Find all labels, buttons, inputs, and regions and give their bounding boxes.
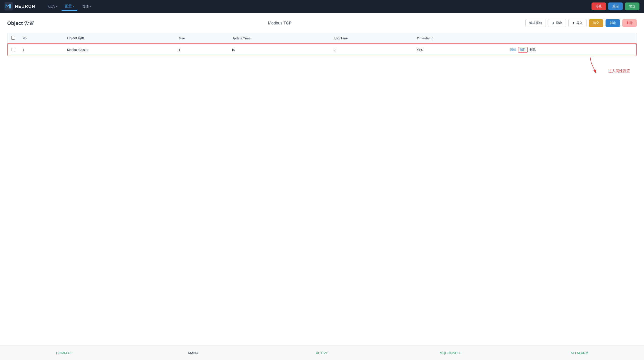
stop-button[interactable]: 停止	[592, 3, 606, 10]
col-name: Object 名称	[64, 33, 175, 44]
row-actions-cell: 编辑 属性 删除	[506, 44, 636, 56]
delete-button[interactable]: 删除	[622, 19, 637, 27]
row-checkbox-cell	[8, 44, 19, 56]
logo-area: NEURON	[4, 2, 35, 11]
row-timestamp: YES	[413, 44, 506, 56]
footer-comm-up: COMM UP	[0, 346, 129, 359]
col-no: No	[19, 33, 64, 44]
header: NEURON 状态 ▾ 配置 ▾ 管理 ▾ 停止 重启 发送	[0, 0, 644, 13]
footer-mqconnect: MQCONNECT	[386, 346, 515, 359]
logo-icon	[4, 2, 13, 11]
object-table: No Object 名称 Size Update Time Log Time T…	[8, 33, 636, 56]
row-update-time: 10	[228, 44, 330, 56]
send-button[interactable]: 发送	[625, 3, 640, 10]
table-header-row: No Object 名称 Size Update Time Log Time T…	[8, 33, 636, 44]
row-object-name: ModbusCluster	[64, 44, 175, 56]
main-content: Object 设置 Modbus TCP 编辑驱动 ⬇ 导出 ⬆ 导入 清空 创…	[0, 13, 644, 345]
col-log-time: Log Time	[330, 33, 413, 44]
driver-name: Modbus TCP	[34, 21, 526, 26]
row-actions: 编辑 属性 删除	[510, 47, 632, 53]
restart-button[interactable]: 重启	[608, 3, 623, 10]
object-table-container: No Object 名称 Size Update Time Log Time T…	[7, 33, 637, 56]
col-actions	[506, 33, 636, 44]
attr-link[interactable]: 属性	[518, 47, 528, 53]
download-icon: ⬇	[552, 21, 554, 25]
col-checkbox	[8, 33, 19, 44]
footer-active: ACTIVE	[258, 346, 386, 359]
footer: COMM UP MANU ACTIVE MQCONNECT NO ALARM	[0, 345, 644, 360]
col-size: Size	[175, 33, 228, 44]
upload-icon: ⬆	[572, 21, 575, 25]
nav-item-manage[interactable]: 管理 ▾	[78, 3, 94, 11]
delete-link[interactable]: 删除	[530, 48, 536, 52]
col-timestamp: Timestamp	[413, 33, 506, 44]
select-all-checkbox[interactable]	[11, 36, 15, 40]
create-button[interactable]: 创建	[606, 19, 620, 27]
nav-item-status[interactable]: 状态 ▾	[44, 3, 60, 11]
edit-driver-button[interactable]: 编辑驱动	[526, 19, 546, 27]
toolbar-buttons: 编辑驱动 ⬇ 导出 ⬆ 导入 清空 创建 删除	[526, 19, 637, 27]
row-log-time: 0	[330, 44, 413, 56]
chevron-down-icon: ▾	[90, 5, 91, 8]
import-button[interactable]: ⬆ 导入	[568, 19, 586, 27]
row-no: 1	[19, 44, 64, 56]
nav-item-config[interactable]: 配置 ▾	[61, 2, 78, 11]
annotation-area: 进入属性设置	[7, 56, 637, 81]
col-update-time: Update Time	[228, 33, 330, 44]
table-row: 1 ModbusCluster 1 10 0 YES 编辑 属性 删除	[8, 44, 636, 56]
page-title: Object 设置	[7, 20, 34, 27]
chevron-down-icon: ▾	[56, 5, 57, 8]
export-button[interactable]: ⬇ 导出	[548, 19, 566, 27]
header-actions: 停止 重启 发送	[592, 3, 640, 10]
nav-menu: 状态 ▾ 配置 ▾ 管理 ▾	[44, 2, 592, 11]
logo-text: NEURON	[15, 4, 35, 9]
chevron-down-icon: ▾	[73, 5, 74, 8]
row-size: 1	[175, 44, 228, 56]
annotation-text: 进入属性设置	[608, 69, 630, 74]
footer-no-alarm: NO ALARM	[515, 346, 644, 359]
footer-manu: MANU	[129, 346, 258, 359]
annotation-arrow-svg	[581, 56, 600, 77]
page-header: Object 设置 Modbus TCP 编辑驱动 ⬇ 导出 ⬆ 导入 清空 创…	[7, 19, 637, 27]
edit-link[interactable]: 编辑	[510, 48, 516, 52]
row-checkbox[interactable]	[12, 48, 15, 51]
clear-button[interactable]: 清空	[589, 19, 603, 27]
